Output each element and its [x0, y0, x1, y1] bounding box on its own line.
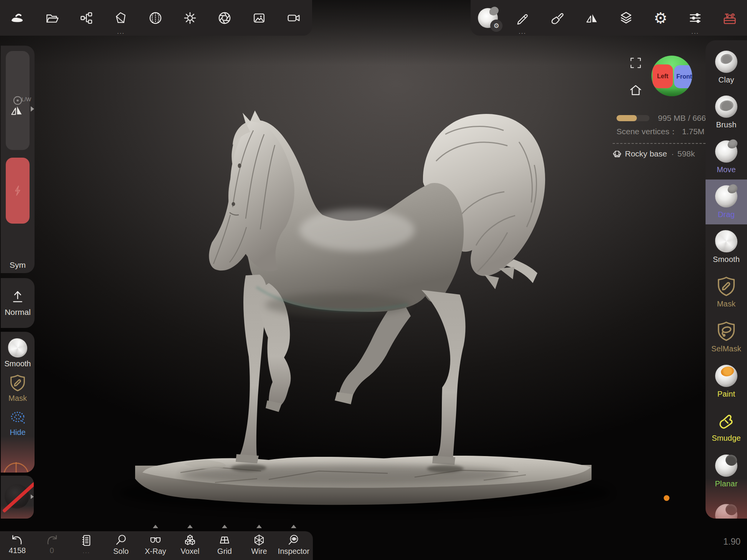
grid-button[interactable]: Grid [207, 531, 242, 560]
solo-button[interactable]: Solo [104, 531, 138, 560]
fullscreen-button[interactable] [628, 56, 643, 70]
sliders-icon [688, 12, 702, 25]
post-process-button[interactable] [207, 0, 242, 36]
view-orientation-cube[interactable]: Left Front [651, 56, 692, 96]
touch-indicator-dot [664, 495, 669, 501]
memory-bar-fill [616, 115, 637, 121]
tool-planar[interactable]: Planar [706, 449, 747, 494]
paint-settings-button[interactable] [540, 0, 574, 36]
smooth-ball-icon [715, 230, 737, 252]
primitive-button[interactable]: ... [104, 0, 138, 36]
quick-mask-button[interactable]: Mask [1, 371, 35, 405]
move-ball-icon [715, 140, 737, 163]
history-more-dots: ... [83, 548, 90, 555]
viewcube-front-face[interactable]: Front [674, 65, 692, 88]
topbar-left: ... [0, 0, 312, 36]
flat-brush-icon [550, 11, 564, 25]
memory-row: 995 MB / 666 M [613, 114, 706, 123]
stats-separator [613, 143, 706, 144]
inspector-button[interactable]: Inspector [276, 531, 311, 560]
quick-smooth-button[interactable]: Smooth [1, 336, 35, 371]
tool-mask[interactable]: Mask [706, 269, 747, 314]
interface-sliders-button[interactable]: ... [678, 0, 712, 36]
planar-ball-icon [715, 455, 737, 477]
quick-tools-panel: Smooth Mask Hide [1, 332, 35, 473]
tool-mask-label: Mask [717, 300, 736, 308]
tool-smudge[interactable]: Smudge [706, 404, 747, 449]
stroke-more-dots: ... [519, 28, 526, 35]
tool-brush[interactable]: Brush [706, 90, 747, 135]
camera-button[interactable] [276, 0, 311, 36]
drag-ball-icon [715, 185, 737, 208]
home-view-button[interactable] [628, 83, 643, 97]
sym-expand-arrow-icon[interactable] [31, 106, 34, 112]
viewcube-left-face[interactable]: Left [653, 64, 673, 88]
normal-mode-button[interactable]: Normal [1, 278, 35, 328]
mask-shield-icon [9, 374, 26, 392]
topbar-right: ⚙ ... ⚙ [471, 0, 747, 36]
tool-smooth[interactable]: Smooth [706, 224, 747, 269]
mesh-separator-dot: · [671, 149, 674, 158]
tool-selmask[interactable]: SelMask [706, 314, 747, 359]
wire-label: Wire [251, 547, 267, 555]
scene-vertices-row: Scene vertices：1.75M [613, 126, 706, 137]
app-version: 1.90 [723, 537, 740, 547]
sym-button[interactable] [9, 103, 24, 119]
nomad-logo[interactable] [0, 0, 35, 36]
stroke-button[interactable]: ... [505, 0, 540, 36]
glasses-icon [149, 534, 162, 546]
history-button[interactable]: ... [69, 531, 104, 560]
voxel-label: Voxel [181, 547, 200, 555]
scene-vertices-value: 1.75M [682, 127, 704, 136]
tool-clay[interactable]: Clay [706, 45, 747, 90]
active-brush-preview-icon: ⚙ [478, 8, 498, 28]
mask-shield-icon [716, 275, 737, 297]
symmetry-button[interactable] [574, 0, 609, 36]
settings-button[interactable]: ⚙ [643, 0, 678, 36]
solo-label: Solo [113, 547, 129, 555]
layers-button[interactable] [609, 0, 643, 36]
material-button[interactable] [138, 0, 173, 36]
gear-icon: ⚙ [654, 10, 668, 26]
matcap-expand-arrow-icon [31, 494, 34, 499]
brush-settings-gear-icon: ⚙ [490, 20, 502, 32]
no-matcap-button[interactable] [1, 476, 34, 519]
clay-ball-icon [715, 51, 737, 73]
quick-mask-label: Mask [8, 394, 27, 403]
voxel-caret-icon [187, 525, 193, 528]
aperture-icon [218, 11, 231, 25]
brush-intensity-slider[interactable] [6, 158, 30, 224]
wire-button[interactable]: Wire [242, 531, 276, 560]
toolbox-button[interactable] [712, 0, 747, 36]
tool-drag[interactable]: Drag [706, 180, 747, 224]
redo-arrow-icon [45, 534, 58, 545]
memory-text: 995 MB / 666 M [658, 114, 706, 123]
quick-hide-button[interactable]: Hide [1, 405, 35, 440]
xray-button[interactable]: X-Ray [138, 531, 173, 560]
tool-move[interactable]: Move [706, 135, 747, 180]
active-brush-preview-button[interactable]: ⚙ [471, 0, 505, 36]
symmetry-lw-tag: L/W [21, 96, 31, 102]
next-tool-partial-icon[interactable] [715, 504, 737, 519]
grid-label: Grid [217, 547, 232, 555]
redo-button[interactable]: 0 [35, 531, 69, 560]
fullscreen-brackets-icon [629, 56, 642, 69]
scene-graph-button[interactable] [69, 0, 104, 36]
wire-caret-icon [256, 525, 262, 528]
voxel-button[interactable]: Voxel [173, 531, 207, 560]
inspector-caret-icon [291, 525, 296, 528]
brush-sliders-panel: L/W Sym [1, 46, 35, 273]
tool-paint[interactable]: Paint [706, 359, 747, 404]
bottom-toolbar: 4158 0 ... Solo [0, 531, 313, 560]
layers-icon [619, 11, 633, 25]
selected-mesh-count: 598k [678, 149, 695, 158]
files-button[interactable] [35, 0, 69, 36]
folder-icon [45, 12, 58, 25]
selected-mesh-row[interactable]: Rocky base · 598k [613, 149, 706, 158]
arrow-up-icon [10, 290, 25, 304]
undo-button[interactable]: 4158 [0, 531, 35, 560]
tool-selmask-label: SelMask [711, 344, 741, 353]
lighting-button[interactable] [173, 0, 207, 36]
material-sphere-icon [149, 11, 162, 25]
background-image-button[interactable] [242, 0, 276, 36]
